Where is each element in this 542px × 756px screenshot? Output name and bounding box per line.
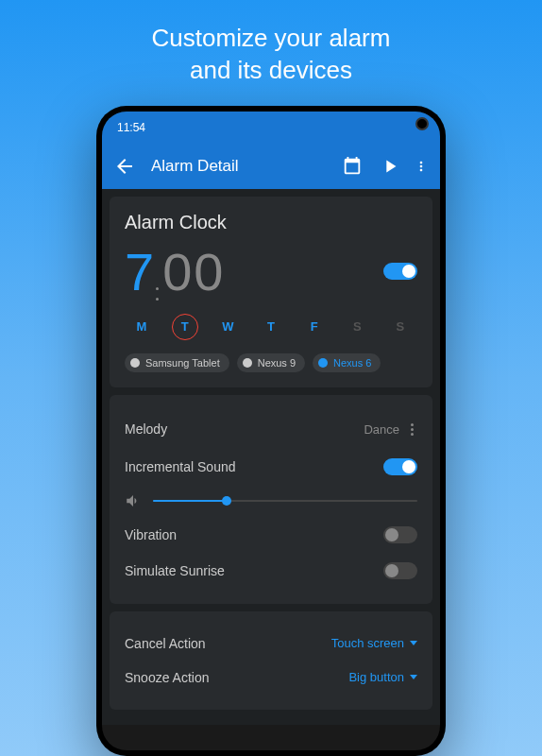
dropdown-icon (410, 641, 417, 645)
snooze-action-row[interactable]: Snooze Action Big button (125, 661, 417, 695)
dropdown-icon (410, 675, 417, 679)
snooze-action-label: Snooze Action (125, 670, 210, 685)
day-sun[interactable]: S (387, 314, 414, 340)
vibration-row: Vibration (125, 517, 417, 553)
device-chip-nexus6[interactable]: Nexus 6 (313, 353, 381, 372)
cancel-action-value: Touch screen (331, 636, 404, 650)
actions-card: Cancel Action Touch screen Snooze Action… (110, 611, 432, 710)
alarm-card: Alarm Clock 7 00 (110, 197, 432, 387)
calendar-icon[interactable] (342, 156, 363, 177)
incremental-sound-label: Incremental Sound (125, 459, 236, 474)
alarm-time[interactable]: 7 00 (125, 241, 225, 302)
camera-hole (415, 117, 429, 130)
time-minute: 00 (162, 241, 225, 302)
day-sat[interactable]: S (344, 314, 370, 340)
incremental-sound-row: Incremental Sound (125, 449, 417, 485)
more-vert-icon[interactable] (414, 159, 429, 174)
melody-row[interactable]: Melody Dance (125, 410, 417, 449)
sunrise-toggle[interactable] (383, 562, 417, 579)
sunrise-label: Simulate Sunrise (125, 563, 225, 578)
app-bar: Alarm Detail (102, 144, 440, 189)
status-time: 11:54 (117, 121, 145, 134)
melody-label: Melody (125, 421, 167, 437)
devices-row: Samsung Tablet Nexus 9 Nexus 6 (125, 353, 417, 372)
snooze-action-value: Big button (348, 670, 404, 684)
play-icon[interactable] (380, 156, 400, 177)
day-wed[interactable]: W (214, 314, 241, 340)
day-fri[interactable]: F (301, 314, 328, 340)
phone-screen: 11:54 Alarm Detail Alarm Clock (102, 112, 440, 750)
sunrise-row: Simulate Sunrise (125, 553, 417, 589)
status-bar: 11:54 (102, 112, 440, 144)
sound-card: Melody Dance Incremental Sound (110, 395, 432, 604)
melody-value: Dance (364, 422, 399, 437)
back-icon[interactable] (113, 155, 136, 178)
app-bar-title: Alarm Detail (151, 157, 325, 176)
incremental-sound-toggle[interactable] (383, 458, 417, 475)
volume-icon (125, 492, 142, 509)
time-colon (156, 287, 159, 301)
device-chip-samsung[interactable]: Samsung Tablet (125, 353, 229, 372)
cancel-action-row[interactable]: Cancel Action Touch screen (125, 627, 417, 661)
volume-row (125, 485, 417, 517)
days-row: M T W T F S S (125, 314, 417, 340)
device-chip-nexus9[interactable]: Nexus 9 (237, 353, 305, 372)
phone-frame: 11:54 Alarm Detail Alarm Clock (96, 106, 446, 756)
cancel-action-label: Cancel Action (125, 636, 206, 651)
day-mon[interactable]: M (128, 314, 155, 340)
time-hour: 7 (125, 241, 152, 302)
day-thu[interactable]: T (258, 314, 284, 340)
alarm-toggle[interactable] (383, 263, 417, 280)
melody-more-icon[interactable] (407, 420, 417, 439)
promo-heading: Customize your alarm and its devices (152, 23, 391, 87)
volume-slider[interactable] (153, 500, 417, 502)
day-tue[interactable]: T (172, 314, 198, 340)
alarm-name[interactable]: Alarm Clock (125, 212, 417, 233)
vibration-label: Vibration (125, 527, 177, 542)
vibration-toggle[interactable] (383, 526, 417, 543)
